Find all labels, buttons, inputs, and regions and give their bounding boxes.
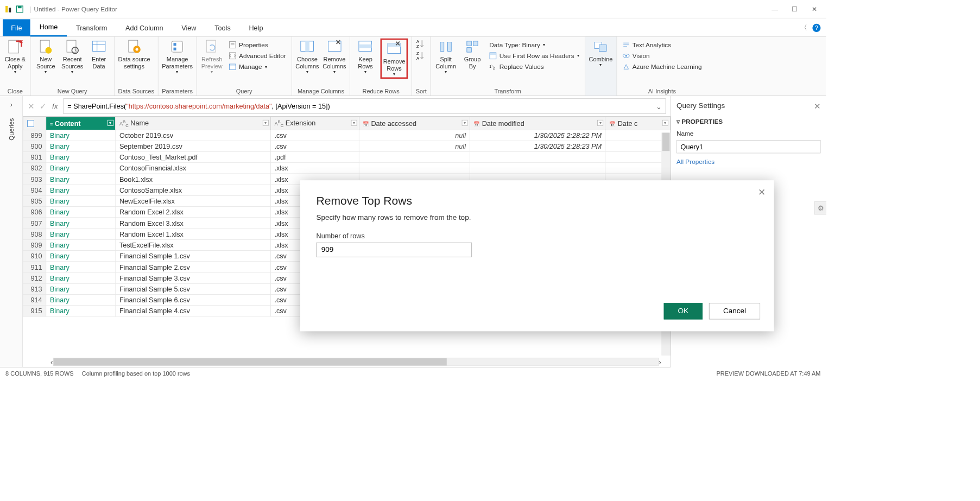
row-number: 907 (23, 218, 46, 229)
tab-help[interactable]: Help (240, 19, 273, 36)
data-type-button[interactable]: Data Type: Binary ▾ (488, 40, 581, 49)
content-cell[interactable]: Binary (46, 251, 116, 262)
table-row[interactable]: 899BinaryOctober 2019.csv.csvnull1/30/20… (23, 130, 671, 141)
formula-input[interactable]: = SharePoint.Files("https://contoso.shar… (67, 102, 651, 110)
name-cell: Book1.xlsx (116, 174, 271, 185)
column-header-extension[interactable]: ABC Extension▾ (270, 117, 359, 130)
confirm-formula-icon[interactable]: ✓ (40, 101, 47, 111)
column-header-content[interactable]: ≡ Content▾ (46, 117, 116, 130)
content-cell[interactable]: Binary (46, 239, 116, 250)
enter-data-button[interactable]: Enter Data (87, 39, 110, 69)
column-header-name[interactable]: ABC Name▾ (116, 117, 271, 130)
tab-tools[interactable]: Tools (205, 19, 239, 36)
sort-asc-button[interactable]: AZ (416, 39, 426, 49)
manage-query-button[interactable]: Manage ▾ (227, 62, 288, 72)
tab-file[interactable]: File (3, 19, 30, 36)
content-cell[interactable]: Binary (46, 218, 116, 229)
dialog-close-icon[interactable]: ✕ (758, 187, 766, 198)
column-filter-icon[interactable]: ▾ (351, 120, 357, 126)
tab-view[interactable]: View (172, 19, 205, 36)
horizontal-scrollbar[interactable]: ‹ › (50, 357, 661, 367)
choose-columns-button[interactable]: Choose Columns▾ (295, 39, 319, 74)
tab-transform[interactable]: Transform (67, 19, 116, 36)
close-settings-icon[interactable]: ✕ (814, 102, 821, 112)
content-cell[interactable]: Binary (46, 141, 116, 151)
table-row[interactable]: 900BinarySeptember 2019.csv.csvnull1/30/… (23, 141, 671, 151)
content-cell[interactable]: Binary (46, 152, 116, 163)
manage-parameters-button[interactable]: Manage Parameters▾ (162, 39, 193, 74)
column-header-date-accessed[interactable]: 📅 Date accessed▾ (359, 117, 470, 130)
content-cell[interactable]: Binary (46, 283, 116, 294)
group-by-button[interactable]: Group By (461, 39, 484, 69)
close-window-button[interactable]: ✕ (812, 5, 817, 12)
column-filter-icon[interactable]: ▾ (597, 120, 603, 126)
remove-rows-button[interactable]: Remove Rows▾ (383, 41, 406, 77)
table-row[interactable]: 901BinaryContoso_Test_Market.pdf.pdf (23, 152, 671, 163)
column-header-date-c[interactable]: 📅 Date c▾ (605, 117, 670, 130)
content-cell[interactable]: Binary (46, 229, 116, 239)
content-cell[interactable]: Binary (46, 295, 116, 306)
group-datasources-label: Data Sources (118, 87, 154, 94)
query-name-input[interactable] (676, 140, 821, 153)
column-filter-icon[interactable]: ▾ (461, 120, 467, 126)
help-icon[interactable]: ? (812, 23, 820, 31)
content-cell[interactable]: Binary (46, 130, 116, 141)
data-source-settings-button[interactable]: Data source settings (118, 39, 150, 69)
maximize-button[interactable]: ☐ (792, 5, 798, 12)
svg-rect-15 (172, 41, 182, 52)
dialog-title: Remove Top Rows (317, 194, 758, 207)
row-number: 912 (23, 272, 46, 283)
combine-button[interactable]: Combine▾ (589, 39, 613, 67)
row-header-corner[interactable] (23, 117, 46, 130)
split-column-button[interactable]: Split Column▾ (434, 39, 457, 74)
queries-rail[interactable]: › Queries (0, 96, 23, 367)
menubar: File Home Transform Add Column View Tool… (0, 18, 826, 37)
minimize-button[interactable]: — (772, 5, 778, 12)
close-apply-button[interactable]: Close & Apply▾ (4, 39, 27, 74)
dialog-cancel-button[interactable]: Cancel (709, 303, 760, 319)
refresh-preview-button[interactable]: Refresh Preview▾ (200, 39, 223, 74)
content-cell[interactable]: Binary (46, 272, 116, 283)
azure-ml-button[interactable]: Azure Machine Learning (621, 62, 704, 72)
save-icon[interactable] (16, 5, 24, 13)
tab-add-column[interactable]: Add Column (116, 19, 172, 36)
cancel-formula-icon[interactable]: ✕ (28, 101, 35, 111)
formula-dropdown-icon[interactable]: ⌄ (656, 102, 662, 111)
svg-point-6 (45, 47, 52, 54)
column-filter-icon[interactable]: ▾ (108, 120, 113, 126)
dialog-rows-input[interactable] (317, 243, 472, 257)
text-analytics-button[interactable]: Text Analytics (621, 40, 704, 49)
ext-cell: .csv (270, 141, 359, 151)
recent-sources-button[interactable]: Recent Sources▾ (61, 39, 84, 74)
content-cell[interactable]: Binary (46, 196, 116, 207)
ext-cell: .csv (270, 130, 359, 141)
keep-rows-button[interactable]: Keep Rows▾ (354, 39, 377, 74)
advanced-editor-button[interactable]: Advanced Editor (227, 51, 288, 60)
column-header-date-modified[interactable]: 📅 Date modified▾ (470, 117, 605, 130)
content-cell[interactable]: Binary (46, 262, 116, 272)
replace-values-button[interactable]: 12Replace Values (488, 62, 581, 72)
group-sort-label: Sort (416, 87, 427, 94)
first-row-headers-button[interactable]: Use First Row as Headers ▾ (488, 51, 581, 60)
content-cell[interactable]: Binary (46, 163, 116, 174)
expand-queries-icon[interactable]: › (10, 100, 12, 109)
name-cell: Financial Sample 6.csv (116, 295, 271, 306)
table-row[interactable]: 902BinaryContosoFinancial.xlsx.xlsx (23, 163, 671, 174)
group-combine-label (589, 87, 613, 94)
tab-home[interactable]: Home (30, 18, 67, 37)
settings-gear-icon[interactable]: ⚙ (814, 201, 826, 214)
content-cell[interactable]: Binary (46, 174, 116, 185)
sort-desc-button[interactable]: ZA (416, 50, 426, 61)
content-cell[interactable]: Binary (46, 185, 116, 195)
column-filter-icon[interactable]: ▾ (262, 120, 268, 126)
column-filter-icon[interactable]: ▾ (662, 120, 668, 126)
collapse-ribbon-icon[interactable]: 〈 (800, 23, 807, 33)
new-source-button[interactable]: New Source▾ (34, 39, 57, 74)
dialog-ok-button[interactable]: OK (663, 303, 703, 319)
properties-button[interactable]: Properties (227, 40, 288, 49)
all-properties-link[interactable]: All Properties (676, 158, 821, 165)
content-cell[interactable]: Binary (46, 306, 116, 316)
vision-button[interactable]: Vision (621, 51, 704, 60)
content-cell[interactable]: Binary (46, 207, 116, 218)
remove-columns-button[interactable]: Remove Columns▾ (323, 39, 346, 74)
